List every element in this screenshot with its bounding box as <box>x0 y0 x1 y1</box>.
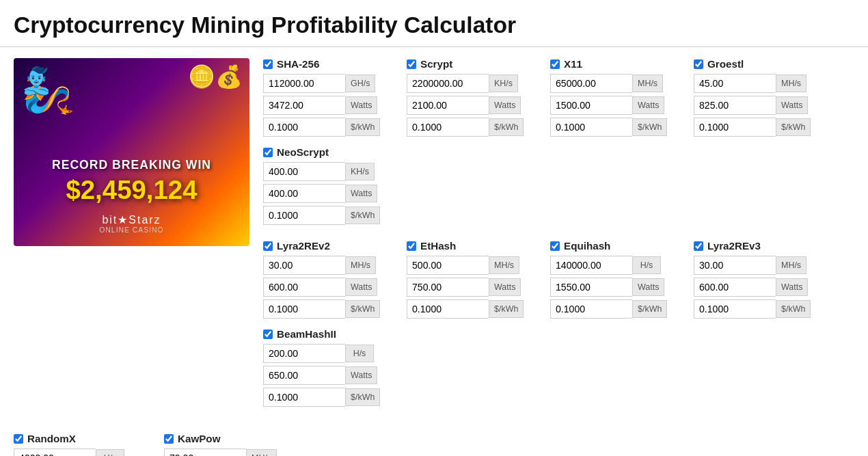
neoscrypt-hashrate-input[interactable] <box>263 162 345 181</box>
algo-checkbox-kawpow[interactable] <box>164 434 174 444</box>
sha256-power-input[interactable] <box>263 96 345 115</box>
scrypt-hashrate-row: KH/s <box>407 74 543 93</box>
kawpow-hashrate-input[interactable] <box>164 448 246 456</box>
lyra2rev2-cost-row: $/kWh <box>263 299 400 319</box>
algo-checkbox-equihash[interactable] <box>550 241 560 251</box>
ad-amount: $2,459,124 <box>14 175 249 205</box>
algo-header-kawpow: KawPow <box>164 433 301 444</box>
x11-hashrate-unit: MH/s <box>632 75 663 92</box>
lyra2rev2-power-unit: Watts <box>345 278 377 296</box>
equihash-power-input[interactable] <box>550 278 632 297</box>
lyra2rev3-power-unit: Watts <box>776 278 808 296</box>
x11-hashrate-row: MH/s <box>550 74 687 93</box>
lyra2rev2-hashrate-row: MH/s <box>263 256 400 275</box>
algo-label-sha256: SHA-256 <box>277 58 319 70</box>
neoscrypt-cost-input[interactable] <box>263 206 345 225</box>
algo-label-ethash: EtHash <box>420 240 456 252</box>
scrypt-cost-input[interactable] <box>407 118 489 137</box>
algo-label-beamhashii: BeamHashII <box>277 328 336 340</box>
x11-cost-input[interactable] <box>550 118 632 137</box>
scrypt-cost-unit: $/kWh <box>489 118 524 136</box>
sha256-cost-input[interactable] <box>263 118 345 137</box>
ad-genie-icon: 🧞 <box>21 65 75 116</box>
ad-banner[interactable]: 🧞 🪙💰 RECORD BREAKING WIN $2,459,124 bit★… <box>14 58 249 246</box>
algo-checkbox-sha256[interactable] <box>263 59 273 69</box>
page-title: Cryptocurrency Mining Profitability Calc… <box>14 12 854 38</box>
algo-block-lyra2rev3: Lyra2REv3 MH/s Watts $/kWh <box>694 240 830 321</box>
lyra2rev3-power-input[interactable] <box>694 278 776 297</box>
algo-label-x11: X11 <box>564 58 582 70</box>
algo-checkbox-groestl[interactable] <box>694 59 703 69</box>
ethash-cost-input[interactable] <box>407 299 489 319</box>
ethash-power-row: Watts <box>407 278 543 297</box>
lyra2rev2-cost-input[interactable] <box>263 299 345 319</box>
neoscrypt-power-input[interactable] <box>263 184 345 203</box>
neoscrypt-hashrate-row: KH/s <box>263 162 400 181</box>
algo-block-kawpow: KawPow MH/s Watts $/kWh <box>164 433 301 456</box>
sha256-hashrate-input[interactable] <box>263 74 345 93</box>
algo-checkbox-lyra2rev3[interactable] <box>694 241 703 251</box>
algo-label-neoscrypt: NeoScrypt <box>277 146 329 158</box>
scrypt-power-input[interactable] <box>407 96 489 115</box>
algo-checkbox-scrypt[interactable] <box>407 59 416 69</box>
algo-label-randomx: RandomX <box>27 433 76 444</box>
lyra2rev2-hashrate-input[interactable] <box>263 256 345 275</box>
sha256-cost-unit: $/kWh <box>345 118 380 136</box>
ad-sub: ONLINE CASINO <box>14 226 249 234</box>
groestl-power-unit: Watts <box>776 96 808 114</box>
x11-power-row: Watts <box>550 96 687 115</box>
algo-block-groestl: Groestl MH/s Watts $/kWh <box>694 58 830 139</box>
lyra2rev2-power-row: Watts <box>263 278 400 297</box>
algo-label-groestl: Groestl <box>707 58 744 70</box>
lyra2rev3-power-row: Watts <box>694 278 830 297</box>
x11-hashrate-input[interactable] <box>550 74 632 93</box>
equihash-hashrate-unit: H/s <box>632 256 661 274</box>
scrypt-hashrate-unit: KH/s <box>489 75 518 92</box>
algo-checkbox-beamhashii[interactable] <box>263 330 273 339</box>
algo-header-ethash: EtHash <box>407 240 543 252</box>
algo-checkbox-lyra2rev2[interactable] <box>263 241 273 251</box>
ethash-power-unit: Watts <box>489 278 521 296</box>
sha256-hashrate-row: GH/s <box>263 74 400 93</box>
lyra2rev2-hashrate-unit: MH/s <box>345 256 376 274</box>
ethash-power-input[interactable] <box>407 278 489 297</box>
equihash-cost-input[interactable] <box>550 299 632 319</box>
kawpow-hashrate-row: MH/s <box>164 448 301 456</box>
groestl-hashrate-input[interactable] <box>694 74 776 93</box>
algo-checkbox-x11[interactable] <box>550 59 560 69</box>
lyra2rev3-hashrate-input[interactable] <box>694 256 776 275</box>
beamhashii-hashrate-input[interactable] <box>263 344 345 363</box>
randomx-hashrate-unit: H/s <box>96 449 124 456</box>
sha256-hashrate-unit: GH/s <box>345 75 375 92</box>
ethash-cost-row: $/kWh <box>407 299 543 319</box>
randomx-hashrate-input[interactable] <box>14 448 96 456</box>
algo-label-scrypt: Scrypt <box>420 58 452 70</box>
algo-header-randomx: RandomX <box>14 433 150 444</box>
beamhashii-cost-input[interactable] <box>263 388 345 407</box>
beamhashii-power-row: Watts <box>263 366 400 385</box>
ad-coins-icon: 🪙💰 <box>188 64 243 90</box>
beamhashii-power-input[interactable] <box>263 366 345 385</box>
algo-block-randomx: RandomX H/s Watts $/kWh <box>14 433 150 456</box>
algo-checkbox-neoscrypt[interactable] <box>263 148 273 157</box>
algo-header-equihash: Equihash <box>550 240 687 252</box>
scrypt-hashrate-input[interactable] <box>407 74 489 93</box>
bottom-section: RandomX H/s Watts $/kWh KawPow <box>0 433 868 456</box>
equihash-hashrate-input[interactable] <box>550 256 632 275</box>
groestl-power-input[interactable] <box>694 96 776 115</box>
algo-header-lyra2rev2: Lyra2REv2 <box>263 240 400 252</box>
algo-header-sha256: SHA-256 <box>263 58 400 70</box>
x11-power-input[interactable] <box>550 96 632 115</box>
groestl-cost-input[interactable] <box>694 118 776 137</box>
x11-power-unit: Watts <box>632 96 664 114</box>
algo-label-lyra2rev2: Lyra2REv2 <box>277 240 330 252</box>
lyra2rev3-hashrate-row: MH/s <box>694 256 830 275</box>
lyra2rev3-cost-input[interactable] <box>694 299 776 319</box>
algo-checkbox-randomx[interactable] <box>14 434 23 444</box>
neoscrypt-power-unit: Watts <box>345 185 377 202</box>
lyra2rev2-power-input[interactable] <box>263 278 345 297</box>
algo-checkbox-ethash[interactable] <box>407 241 416 251</box>
lyra2rev3-cost-row: $/kWh <box>694 299 830 319</box>
ethash-hashrate-input[interactable] <box>407 256 489 275</box>
sha256-power-row: Watts <box>263 96 400 115</box>
